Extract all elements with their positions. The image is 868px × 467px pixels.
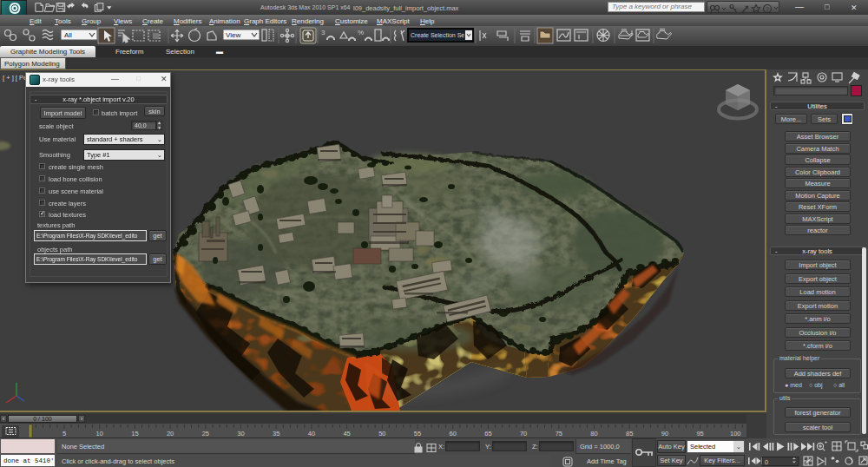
- svg-text:40: 40: [308, 430, 315, 437]
- svg-text:95: 95: [696, 430, 703, 437]
- svg-text:%: %: [358, 29, 364, 36]
- svg-text:View: View: [226, 31, 240, 39]
- svg-text:20: 20: [167, 430, 174, 437]
- svg-text:85: 85: [626, 430, 633, 437]
- svg-text:30: 30: [237, 430, 244, 437]
- svg-text:Create Selection Se: Create Selection Se: [411, 32, 464, 38]
- svg-text:75: 75: [556, 430, 562, 437]
- svg-text:65: 65: [484, 430, 491, 437]
- svg-text:90: 90: [661, 430, 668, 437]
- svg-text:25: 25: [202, 430, 209, 437]
- svg-text:3: 3: [321, 29, 326, 36]
- svg-text:10: 10: [96, 430, 103, 437]
- svg-text:45: 45: [343, 430, 350, 437]
- svg-text:15: 15: [131, 430, 138, 437]
- svg-text:35: 35: [273, 430, 279, 437]
- svg-text:50: 50: [378, 430, 385, 437]
- svg-text:0: 0: [765, 458, 768, 466]
- svg-text:5: 5: [62, 430, 66, 437]
- svg-text:All: All: [64, 31, 72, 39]
- svg-text:?: ?: [766, 6, 769, 12]
- svg-text:60: 60: [450, 430, 457, 437]
- svg-text:80: 80: [590, 430, 597, 437]
- svg-text:55: 55: [414, 430, 421, 437]
- svg-text:100: 100: [730, 430, 741, 437]
- svg-text:70: 70: [520, 430, 527, 437]
